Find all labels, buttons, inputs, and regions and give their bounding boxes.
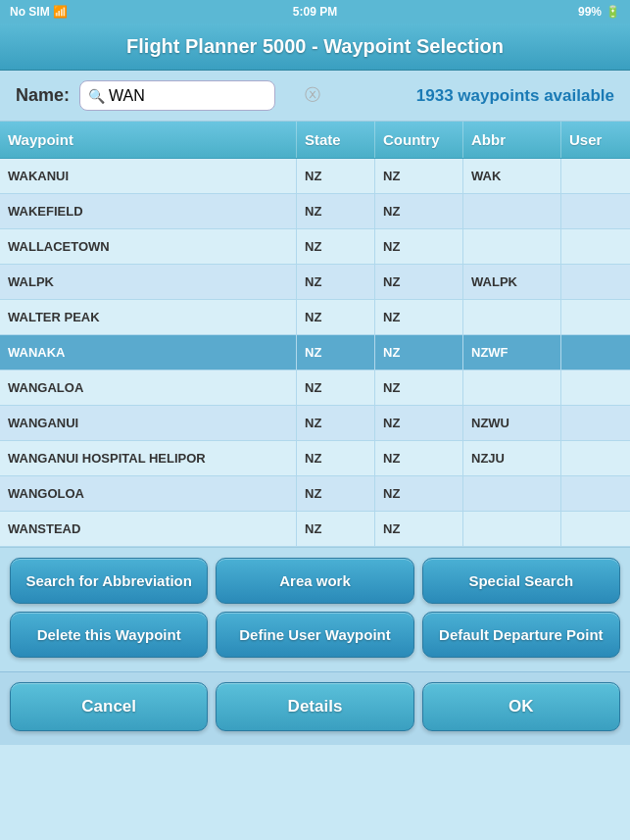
- cancel-button[interactable]: Cancel: [10, 682, 208, 731]
- cell-state: NZ: [297, 194, 375, 228]
- table-row[interactable]: WAKEFIELDNZNZ: [0, 194, 630, 229]
- search-icon: 🔍: [88, 88, 105, 104]
- table-row[interactable]: WANAKANZNZNZWF: [0, 335, 630, 371]
- table-row[interactable]: WALTER PEAKNZNZ: [0, 300, 630, 335]
- page-title: Flight Planner 5000 - Waypoint Selection: [16, 35, 614, 58]
- wifi-icon: 📶: [53, 5, 68, 19]
- table-body[interactable]: WAKANUINZNZWAKWAKEFIELDNZNZWALLACETOWNNZ…: [0, 159, 630, 547]
- cell-waypoint: WANGOLOA: [0, 476, 297, 511]
- search-input[interactable]: [109, 87, 305, 105]
- ok-button[interactable]: OK: [422, 682, 620, 731]
- cell-country: NZ: [375, 159, 463, 193]
- cell-state: NZ: [297, 335, 375, 370]
- cell-waypoint: WALLACETOWN: [0, 229, 297, 264]
- name-label: Name:: [16, 85, 70, 106]
- cell-user: [561, 441, 630, 475]
- cell-country: NZ: [375, 229, 463, 264]
- cell-waypoint: WANAKA: [0, 335, 297, 370]
- cell-abbr: [463, 229, 561, 264]
- cell-state: NZ: [297, 441, 375, 475]
- cell-state: NZ: [297, 371, 375, 405]
- action-buttons-row2: Delete this Waypoint Define User Waypoin…: [10, 612, 620, 658]
- table-row[interactable]: WALPKNZNZWALPK: [0, 265, 630, 300]
- cell-abbr: NZWF: [463, 335, 561, 370]
- table-row[interactable]: WALLACETOWNNZNZ: [0, 229, 630, 265]
- cell-waypoint: WALTER PEAK: [0, 300, 297, 334]
- cell-waypoint: WANGALOA: [0, 371, 297, 405]
- search-input-wrapper[interactable]: 🔍 ⓧ: [79, 80, 275, 111]
- cell-waypoint: WANGANUI: [0, 406, 297, 440]
- bottom-nav: Cancel Details OK: [0, 671, 630, 745]
- waypoints-count: 1933 waypoints available: [416, 86, 614, 106]
- cell-abbr: [463, 512, 561, 546]
- cell-abbr: WALPK: [463, 265, 561, 299]
- cell-user: [561, 194, 630, 228]
- cell-abbr: NZWU: [463, 406, 561, 440]
- cell-state: NZ: [297, 406, 375, 440]
- col-header-country: Country: [375, 122, 463, 158]
- cell-user: [561, 265, 630, 299]
- cell-waypoint: WAKANUI: [0, 159, 297, 193]
- cell-user: [561, 159, 630, 193]
- cell-abbr: [463, 371, 561, 405]
- area-work-button[interactable]: Area work: [216, 558, 413, 604]
- table-header: Waypoint State Country Abbr User: [0, 122, 630, 159]
- battery-icon: 🔋: [606, 5, 620, 19]
- waypoints-table: Waypoint State Country Abbr User WAKANUI…: [0, 121, 630, 548]
- app-header: Flight Planner 5000 - Waypoint Selection: [0, 24, 630, 71]
- define-user-waypoint-button[interactable]: Define User Waypoint: [216, 612, 413, 658]
- cell-user: [561, 300, 630, 334]
- delete-waypoint-button[interactable]: Delete this Waypoint: [10, 612, 208, 658]
- battery-label: 99%: [578, 5, 602, 19]
- clear-icon[interactable]: ⓧ: [305, 85, 320, 106]
- table-row[interactable]: WANGANUI HOSPITAL HELIPORNZNZNZJU: [0, 441, 630, 476]
- cell-user: [561, 512, 630, 546]
- cell-abbr: WAK: [463, 159, 561, 193]
- default-departure-button[interactable]: Default Departure Point: [422, 612, 620, 658]
- cell-waypoint: WALPK: [0, 265, 297, 299]
- details-button[interactable]: Details: [216, 682, 413, 731]
- cell-user: [561, 476, 630, 511]
- cell-country: NZ: [375, 476, 463, 511]
- special-search-button[interactable]: Special Search: [422, 558, 620, 604]
- action-buttons-row1: Search for Abbreviation Area work Specia…: [10, 558, 620, 604]
- table-row[interactable]: WANGALOANZNZ: [0, 371, 630, 406]
- status-bar: No SIM 📶 5:09 PM 99% 🔋: [0, 0, 630, 24]
- col-header-waypoint: Waypoint: [0, 122, 297, 158]
- cell-abbr: [463, 194, 561, 228]
- col-header-user: User: [561, 122, 630, 158]
- cell-user: [561, 229, 630, 264]
- cell-abbr: [463, 476, 561, 511]
- cell-country: NZ: [375, 441, 463, 475]
- col-header-state: State: [297, 122, 375, 158]
- cell-state: NZ: [297, 512, 375, 546]
- cell-user: [561, 371, 630, 405]
- table-row[interactable]: WANGANUINZNZNZWU: [0, 406, 630, 441]
- cell-state: NZ: [297, 300, 375, 334]
- cell-state: NZ: [297, 476, 375, 511]
- cell-state: NZ: [297, 265, 375, 299]
- col-header-abbr: Abbr: [463, 122, 561, 158]
- cell-waypoint: WANGANUI HOSPITAL HELIPOR: [0, 441, 297, 475]
- cell-country: NZ: [375, 512, 463, 546]
- cell-state: NZ: [297, 229, 375, 264]
- carrier-label: No SIM 📶: [10, 5, 68, 19]
- cell-country: NZ: [375, 265, 463, 299]
- action-buttons-section: Search for Abbreviation Area work Specia…: [0, 548, 630, 671]
- search-bar: Name: 🔍 ⓧ 1933 waypoints available: [0, 71, 630, 121]
- table-row[interactable]: WANSTEADNZNZ: [0, 512, 630, 547]
- cell-abbr: [463, 300, 561, 334]
- cell-abbr: NZJU: [463, 441, 561, 475]
- table-row[interactable]: WAKANUINZNZWAK: [0, 159, 630, 194]
- time-label: 5:09 PM: [293, 5, 337, 19]
- battery-area: 99% 🔋: [578, 5, 620, 19]
- cell-country: NZ: [375, 194, 463, 228]
- cell-waypoint: WANSTEAD: [0, 512, 297, 546]
- cell-country: NZ: [375, 300, 463, 334]
- table-row[interactable]: WANGOLOANZNZ: [0, 476, 630, 512]
- cell-country: NZ: [375, 371, 463, 405]
- cell-country: NZ: [375, 335, 463, 370]
- cell-state: NZ: [297, 159, 375, 193]
- search-abbreviation-button[interactable]: Search for Abbreviation: [10, 558, 208, 604]
- cell-user: [561, 406, 630, 440]
